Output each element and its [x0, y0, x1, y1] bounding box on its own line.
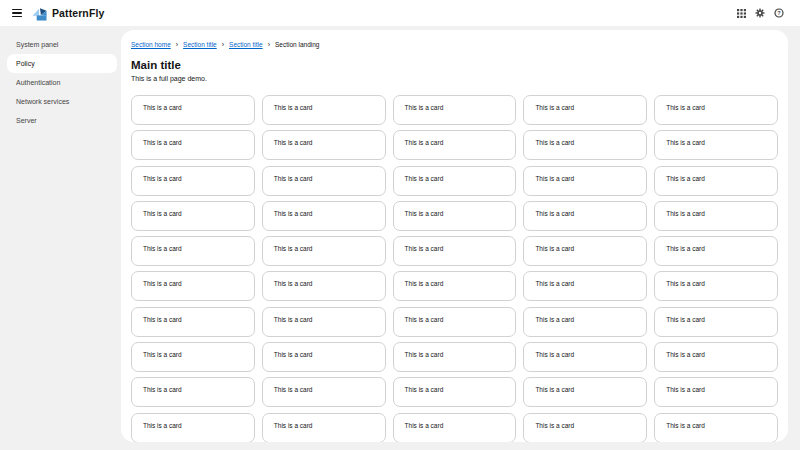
- card: This is a card: [131, 307, 255, 337]
- sidebar-item-policy[interactable]: Policy: [7, 54, 117, 73]
- card-title: This is a card: [666, 422, 705, 429]
- card-title: This is a card: [666, 139, 705, 146]
- page-subtitle: This is a full page demo.: [131, 75, 778, 82]
- card-title: This is a card: [535, 422, 574, 429]
- card-title: This is a card: [535, 175, 574, 182]
- card-title: This is a card: [535, 386, 574, 393]
- card-title: This is a card: [405, 245, 444, 252]
- card: This is a card: [523, 271, 647, 301]
- card-title: This is a card: [405, 316, 444, 323]
- card: This is a card: [393, 413, 517, 442]
- card: This is a card: [262, 236, 386, 266]
- breadcrumb-link[interactable]: Section home: [131, 41, 171, 48]
- card: This is a card: [393, 307, 517, 337]
- card: This is a card: [393, 166, 517, 196]
- nav-toggle-hamburger-icon[interactable]: [12, 9, 22, 18]
- card: This is a card: [523, 377, 647, 407]
- card: This is a card: [131, 201, 255, 231]
- sidebar-item-label: Network services: [16, 98, 69, 105]
- card-title: This is a card: [666, 316, 705, 323]
- card-title: This is a card: [274, 210, 313, 217]
- card-title: This is a card: [405, 175, 444, 182]
- masthead: PatternFly: [0, 0, 800, 26]
- breadcrumb-link[interactable]: Section title: [229, 41, 263, 48]
- card: This is a card: [262, 413, 386, 442]
- card: This is a card: [131, 271, 255, 301]
- card-title: This is a card: [143, 386, 182, 393]
- card: This is a card: [131, 377, 255, 407]
- card: This is a card: [393, 342, 517, 372]
- card-title: This is a card: [666, 386, 705, 393]
- breadcrumb-link[interactable]: Section title: [183, 41, 217, 48]
- card-title: This is a card: [405, 139, 444, 146]
- svg-text:?: ?: [777, 10, 781, 16]
- card: This is a card: [523, 307, 647, 337]
- card-title: This is a card: [535, 245, 574, 252]
- card: This is a card: [131, 166, 255, 196]
- card-title: This is a card: [274, 104, 313, 111]
- card: This is a card: [523, 166, 647, 196]
- card-title: This is a card: [274, 139, 313, 146]
- card-title: This is a card: [666, 280, 705, 287]
- card-title: This is a card: [405, 104, 444, 111]
- card-title: This is a card: [143, 210, 182, 217]
- card-title: This is a card: [143, 280, 182, 287]
- card-title: This is a card: [666, 210, 705, 217]
- card-title: This is a card: [666, 351, 705, 358]
- card: This is a card: [654, 166, 778, 196]
- main-content-panel: Section home›Section title›Section title…: [121, 30, 788, 442]
- card: This is a card: [131, 130, 255, 160]
- card-title: This is a card: [405, 351, 444, 358]
- card: This is a card: [523, 413, 647, 442]
- card: This is a card: [393, 377, 517, 407]
- card: This is a card: [523, 130, 647, 160]
- card: This is a card: [131, 413, 255, 442]
- card: This is a card: [131, 342, 255, 372]
- breadcrumb: Section home›Section title›Section title…: [131, 39, 778, 49]
- card-title: This is a card: [666, 245, 705, 252]
- breadcrumb-separator-icon: ›: [176, 41, 178, 48]
- sidebar-item-system-panel[interactable]: System panel: [0, 35, 121, 54]
- card-title: This is a card: [143, 175, 182, 182]
- card: This is a card: [654, 271, 778, 301]
- card: This is a card: [654, 95, 778, 125]
- card: This is a card: [393, 95, 517, 125]
- card: This is a card: [393, 236, 517, 266]
- card-title: This is a card: [143, 316, 182, 323]
- sidebar-item-authentication[interactable]: Authentication: [0, 73, 121, 92]
- card-title: This is a card: [274, 386, 313, 393]
- settings-gear-icon[interactable]: [755, 8, 765, 18]
- breadcrumb-separator-icon: ›: [222, 41, 224, 48]
- sidebar-nav: System panelPolicyAuthenticationNetwork …: [0, 26, 121, 450]
- help-question-icon[interactable]: ?: [774, 8, 784, 18]
- card-title: This is a card: [274, 422, 313, 429]
- card: This is a card: [523, 236, 647, 266]
- card-title: This is a card: [143, 139, 182, 146]
- card: This is a card: [262, 307, 386, 337]
- sidebar-item-server[interactable]: Server: [0, 111, 121, 130]
- page-body: System panelPolicyAuthenticationNetwork …: [0, 26, 800, 450]
- card: This is a card: [131, 236, 255, 266]
- card: This is a card: [131, 95, 255, 125]
- app-launcher-grid-icon[interactable]: [737, 9, 746, 18]
- card-title: This is a card: [274, 351, 313, 358]
- card: This is a card: [262, 95, 386, 125]
- card-title: This is a card: [405, 210, 444, 217]
- card: This is a card: [654, 377, 778, 407]
- card-title: This is a card: [405, 386, 444, 393]
- card-title: This is a card: [666, 175, 705, 182]
- card: This is a card: [262, 201, 386, 231]
- card: This is a card: [654, 236, 778, 266]
- sidebar-item-label: Authentication: [16, 79, 60, 86]
- card-title: This is a card: [274, 280, 313, 287]
- card-title: This is a card: [274, 316, 313, 323]
- card: This is a card: [654, 201, 778, 231]
- card-title: This is a card: [535, 351, 574, 358]
- card-grid: This is a cardThis is a cardThis is a ca…: [131, 95, 778, 442]
- card: This is a card: [393, 271, 517, 301]
- sidebar-item-network-services[interactable]: Network services: [0, 92, 121, 111]
- sidebar-item-label: Policy: [16, 60, 35, 67]
- breadcrumb-separator-icon: ›: [268, 41, 270, 48]
- card-title: This is a card: [535, 104, 574, 111]
- card: This is a card: [262, 342, 386, 372]
